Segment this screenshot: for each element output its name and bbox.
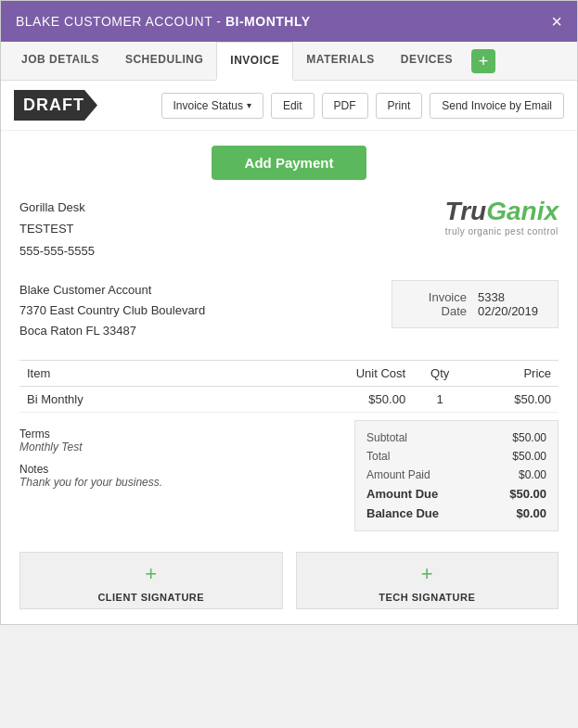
- close-button[interactable]: ×: [551, 12, 562, 31]
- logo-tru: Tru: [445, 197, 487, 225]
- billing-info: Gorilla Desk TESTEST 555-555-5555: [19, 197, 95, 262]
- client-sig-label: CLIENT SIGNATURE: [97, 592, 204, 603]
- tab-job-details[interactable]: JOB DETAILS: [8, 42, 112, 80]
- amount-paid-label: Amount Paid: [366, 468, 430, 481]
- amount-due-value: $50.00: [495, 487, 546, 501]
- pdf-button[interactable]: PDF: [322, 93, 368, 119]
- invoice-status-button[interactable]: Invoice Status: [161, 93, 263, 119]
- total-label: Total: [366, 450, 390, 463]
- toolbar: DRAFT Invoice Status Edit PDF Print Send…: [1, 81, 577, 131]
- draft-badge: DRAFT: [14, 90, 97, 121]
- logo-area: TruGanix truly organic pest control: [445, 197, 559, 236]
- totals-box: Subtotal $50.00 Total $50.00 Amount Paid…: [354, 420, 559, 531]
- send-invoice-button[interactable]: Send Invoice by Email: [430, 93, 564, 119]
- invoice-table: Item Unit Cost Qty Price Bi Monthly $50.…: [19, 360, 559, 413]
- tab-invoice[interactable]: INVOICE: [216, 42, 293, 81]
- amount-due-label: Amount Due: [366, 487, 438, 501]
- modal-header: BLAKE CUSTOMER ACCOUNT - BI-MONTHLY ×: [1, 1, 577, 42]
- add-payment-button[interactable]: Add Payment: [212, 146, 367, 180]
- client-sig-plus-icon: +: [145, 564, 157, 584]
- add-tab-button[interactable]: +: [471, 49, 495, 73]
- title-bold: BI-MONTHLY: [225, 14, 311, 29]
- row-price: $50.00: [467, 387, 559, 413]
- date-value: 02/20/2019: [478, 304, 543, 318]
- terms-value: Monthly Test: [19, 441, 340, 453]
- tab-devices[interactable]: DEVICES: [388, 42, 466, 80]
- terms-notes: Terms Monthly Test Notes Thank you for y…: [19, 420, 354, 489]
- amount-paid-value: $0.00: [495, 468, 546, 481]
- col-header-price: Price: [467, 361, 559, 387]
- tech-signature-box[interactable]: + TECH SIGNATURE: [296, 552, 559, 609]
- amount-paid-row: Amount Paid $0.00: [366, 466, 546, 484]
- client-signature-box[interactable]: + CLIENT SIGNATURE: [19, 552, 283, 609]
- col-header-qty: Qty: [413, 361, 467, 387]
- balance-due-row: Balance Due $0.00: [366, 504, 546, 523]
- tech-sig-label: TECH SIGNATURE: [379, 592, 475, 603]
- customer-address: Blake Customer Account 7370 East Country…: [19, 280, 205, 341]
- invoice-label: Invoice: [429, 290, 467, 304]
- invoice-box: Invoice 5338 Date 02/20/2019: [392, 280, 559, 328]
- invoice-number: 5338: [478, 290, 543, 304]
- subtotal-label: Subtotal: [366, 431, 407, 444]
- table-row: Bi Monthly $50.00 1 $50.00: [19, 387, 559, 413]
- signature-row: + CLIENT SIGNATURE + TECH SIGNATURE: [19, 552, 559, 609]
- add-payment-row: Add Payment: [19, 146, 559, 180]
- tab-scheduling[interactable]: SCHEDULING: [112, 42, 216, 80]
- total-value: $50.00: [495, 450, 546, 463]
- logo: TruGanix: [445, 197, 559, 226]
- logo-sub: truly organic pest control: [445, 226, 559, 236]
- invoice-content: Add Payment Gorilla Desk TESTEST 555-555…: [1, 131, 577, 624]
- tech-sig-plus-icon: +: [421, 564, 433, 584]
- total-row: Total $50.00: [366, 447, 546, 466]
- address-line1: Blake Customer Account: [19, 280, 205, 300]
- billing-phone: 555-555-5555: [19, 240, 95, 262]
- logo-ganix: Ganix: [486, 197, 559, 225]
- edit-button[interactable]: Edit: [271, 93, 315, 119]
- notes-label: Notes: [19, 463, 340, 476]
- balance-due-value: $0.00: [495, 506, 546, 520]
- address-invoice-row: Blake Customer Account 7370 East Country…: [19, 280, 559, 341]
- title-plain: BLAKE CUSTOMER ACCOUNT -: [16, 14, 225, 29]
- billing-name: TESTEST: [19, 218, 95, 239]
- billing-top: Gorilla Desk TESTEST 555-555-5555 TruGan…: [19, 197, 559, 262]
- print-button[interactable]: Print: [376, 93, 423, 119]
- row-item: Bi Monthly: [19, 387, 316, 413]
- row-qty: 1: [413, 387, 467, 413]
- company-name: Gorilla Desk: [19, 197, 95, 218]
- address-line2: 7370 East Country Club Boulevard: [19, 300, 205, 321]
- invoice-date-row: Date 02/20/2019: [407, 304, 543, 318]
- terms-label: Terms: [19, 428, 340, 441]
- col-header-item: Item: [19, 361, 316, 387]
- tabs-bar: JOB DETAILS SCHEDULING INVOICE MATERIALS…: [1, 42, 577, 81]
- tab-materials[interactable]: MATERIALS: [293, 42, 388, 80]
- balance-due-label: Balance Due: [366, 506, 439, 520]
- subtotal-row: Subtotal $50.00: [366, 428, 546, 447]
- address-line3: Boca Raton FL 33487: [19, 321, 205, 341]
- notes-value: Thank you for your business.: [19, 476, 340, 489]
- invoice-number-row: Invoice 5338: [407, 290, 543, 304]
- row-unit-cost: $50.00: [316, 387, 414, 413]
- amount-due-row: Amount Due $50.00: [366, 484, 546, 504]
- modal-container: BLAKE CUSTOMER ACCOUNT - BI-MONTHLY × JO…: [0, 0, 578, 625]
- col-header-cost: Unit Cost: [316, 361, 414, 387]
- modal-title: BLAKE CUSTOMER ACCOUNT - BI-MONTHLY: [16, 14, 311, 29]
- date-label: Date: [442, 304, 467, 318]
- bottom-row: Terms Monthly Test Notes Thank you for y…: [19, 420, 559, 531]
- subtotal-value: $50.00: [495, 431, 546, 444]
